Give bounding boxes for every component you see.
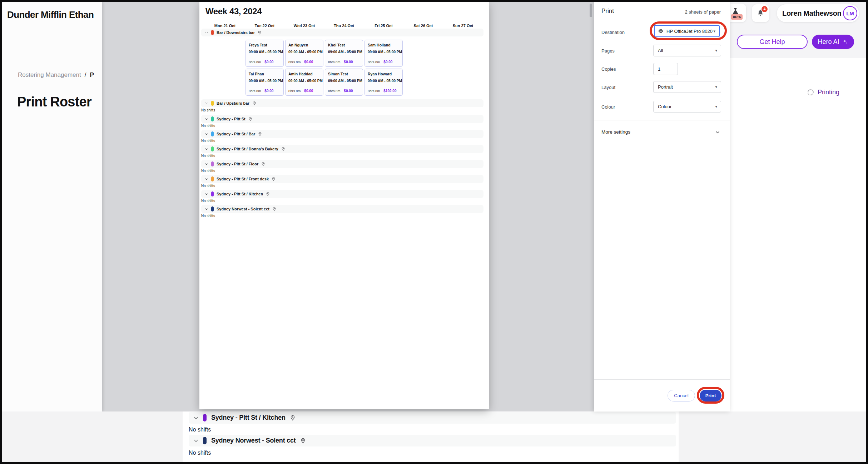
pages-select[interactable]: All ▾	[653, 45, 721, 56]
pages-label: Pages	[601, 48, 615, 54]
shift-card: Ryan Howard09:00 AM - 05:00 PM8hrs 0m$19…	[364, 69, 403, 96]
group-name: Bar / Upstairs bar	[217, 101, 249, 105]
shift-cost: $192.00	[383, 89, 396, 93]
no-shifts-label: No shifts	[201, 214, 215, 218]
roster-group-row[interactable]: Sydney Norwest - Solent cct	[189, 435, 676, 446]
shift-cost: $0.00	[383, 60, 392, 64]
preview-group-row: Sydney - Pitt St / Donna's Bakery	[201, 145, 483, 153]
preview-group-row: Sydney - Pitt St / Front desk	[201, 175, 483, 183]
page-title: Print Roster	[17, 94, 91, 110]
company-name: Dunder Mifflin Ethan	[7, 9, 94, 20]
group-color-marker	[211, 101, 214, 106]
chevron-down-icon: ▾	[715, 104, 721, 109]
chevron-down-icon	[204, 147, 209, 151]
shift-card: An Nguyen09:00 AM - 05:00 PM8hrs 0m$0.00	[285, 40, 323, 67]
notification-count-badge: 4	[762, 6, 768, 12]
pages-value: All	[654, 48, 663, 53]
breadcrumb-parent[interactable]: Rostering Management	[18, 71, 81, 78]
group-name: Sydney Norwest - Solent cct	[217, 207, 269, 211]
group-color-marker	[211, 206, 214, 211]
shift-time-range: 09:00 AM - 05:00 PM	[249, 50, 281, 54]
chevron-down-icon	[193, 438, 199, 444]
shift-card: Tai Phan09:00 AM - 05:00 PM8hrs 0m$0.00	[245, 69, 284, 96]
shift-employee-name: Ryan Howard	[368, 72, 400, 76]
shift-employee-name: An Nguyen	[288, 43, 320, 47]
spinner-icon	[808, 89, 814, 95]
print-button[interactable]: Print	[700, 390, 721, 401]
more-settings-toggle[interactable]: More settings	[594, 125, 730, 139]
page-bottom-region: Sydney - Pitt St / Kitchen No shifts Syd…	[2, 411, 866, 462]
copies-label: Copies	[601, 66, 616, 72]
chevron-down-icon	[204, 30, 209, 35]
group-name: Sydney - Pitt St / Bar	[217, 132, 255, 136]
destination-select[interactable]: HP OfficeJet Pro 8020 ▾	[654, 25, 720, 37]
chevron-down-icon	[204, 177, 209, 181]
roster-group-row[interactable]: Sydney - Pitt St / Kitchen	[189, 412, 676, 424]
breadcrumb-separator: /	[85, 71, 86, 78]
group-name: Sydney - Pitt St	[217, 117, 245, 121]
group-color-marker	[211, 176, 214, 181]
shift-time-range: 09:00 AM - 05:00 PM	[328, 50, 360, 54]
beta-features-button[interactable]: BETA	[730, 4, 746, 22]
shift-duration: 8hrs 0m	[368, 60, 380, 64]
chevron-down-icon	[715, 130, 720, 135]
location-pin-icon	[272, 207, 277, 211]
location-pin-icon	[300, 438, 306, 444]
preview-scrollbar-thumb[interactable]	[590, 4, 592, 17]
shift-meta: 8hrs 0m$0.00	[288, 89, 320, 93]
colour-label: Colour	[601, 104, 615, 110]
no-shifts-label: No shifts	[201, 199, 215, 203]
shift-cost: $0.00	[264, 60, 273, 64]
hero-ai-button[interactable]: Hero AI	[812, 35, 854, 49]
shift-cost: $0.00	[344, 60, 353, 64]
no-shifts-label: No shifts	[201, 108, 215, 112]
sheets-count: 2 sheets of paper	[685, 9, 721, 15]
group-color-marker	[203, 437, 207, 444]
group-color-marker	[203, 414, 207, 421]
shift-employee-name: Amin Haddad	[288, 72, 320, 76]
shift-employee-name: Freya Test	[249, 43, 281, 47]
divider	[594, 120, 730, 120]
shift-employee-name: Simon Test	[328, 72, 360, 76]
get-help-button[interactable]: Get Help	[737, 35, 808, 49]
print-dialog-title: Print	[601, 8, 614, 15]
preview-group-row: Sydney - Pitt St / Kitchen	[201, 190, 483, 198]
shift-duration: 8hrs 0m	[328, 60, 340, 64]
group-color-marker	[211, 191, 214, 196]
shift-time-range: 09:00 AM - 05:00 PM	[368, 50, 400, 54]
no-shifts-label: No shifts	[189, 426, 211, 433]
layout-label: Layout	[601, 85, 615, 90]
group-name: Sydney - Pitt St / Floor	[217, 162, 258, 166]
sparkle-icon	[842, 39, 848, 45]
group-name: Sydney - Pitt St / Donna's Bakery	[217, 147, 278, 151]
group-color-marker	[211, 30, 214, 35]
shift-employee-name: Khoi Test	[328, 43, 360, 47]
shift-time-range: 09:00 AM - 05:00 PM	[368, 79, 400, 83]
shift-employee-name: Tai Phan	[249, 72, 281, 76]
chevron-down-icon	[193, 415, 199, 421]
user-menu[interactable]: Loren Mathewson LM	[777, 4, 859, 22]
print-preview-page: Week 43, 2024 Mon 21 OctTue 22 OctWed 23…	[199, 2, 489, 409]
location-pin-icon	[281, 147, 286, 151]
shift-meta: 8hrs 0m$0.00	[328, 60, 360, 64]
location-pin-icon	[248, 117, 253, 121]
chevron-down-icon: ▾	[713, 29, 719, 34]
layout-select[interactable]: Portrait ▾	[653, 81, 721, 93]
shift-time-range: 09:00 AM - 05:00 PM	[328, 79, 360, 83]
group-color-marker	[211, 146, 214, 151]
layout-value: Portrait	[654, 84, 673, 90]
chevron-down-icon	[204, 117, 209, 121]
chevron-down-icon	[204, 192, 209, 196]
cancel-button[interactable]: Cancel	[668, 390, 695, 401]
shift-card: Simon Test09:00 AM - 05:00 PM8hrs 0m$0.0…	[325, 69, 363, 96]
shift-meta: 8hrs 0m$192.00	[368, 89, 400, 93]
destination-value: HP OfficeJet Pro 8020	[664, 29, 713, 34]
copies-input[interactable]	[653, 63, 678, 75]
group-name: Sydney - Pitt St / Kitchen	[211, 414, 286, 421]
group-name: Bar / Downstairs bar	[217, 30, 255, 35]
notifications-button[interactable]: 4	[752, 4, 769, 22]
colour-select[interactable]: Colour ▾	[653, 101, 721, 113]
chevron-down-icon	[204, 162, 209, 166]
shift-meta: 8hrs 0m$0.00	[328, 89, 360, 93]
no-shifts-label: No shifts	[201, 139, 215, 143]
